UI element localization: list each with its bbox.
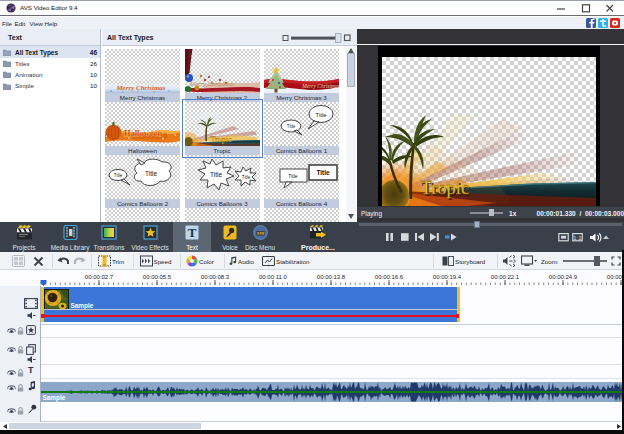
svg-text:00:00:05.5: 00:00:05.5 bbox=[143, 274, 172, 280]
svg-text:Title: Title bbox=[315, 111, 327, 117]
svg-text:Title: Title bbox=[209, 171, 221, 178]
svg-text:Merry Christmas: Merry Christmas bbox=[115, 84, 165, 92]
svg-text:Title: Title bbox=[287, 124, 296, 129]
svg-text:Title: Title bbox=[241, 175, 250, 180]
svg-text:00:00:19.4: 00:00:19.4 bbox=[433, 274, 462, 280]
svg-text:Halloween: Halloween bbox=[124, 127, 163, 137]
svg-text:00:00:22.1: 00:00:22.1 bbox=[491, 274, 520, 280]
svg-text:Title: Title bbox=[288, 173, 297, 179]
svg-text:Title: Title bbox=[114, 173, 123, 178]
svg-text:Merry Christmas: Merry Christmas bbox=[301, 83, 339, 89]
svg-text:00:00:13.8: 00:00:13.8 bbox=[317, 274, 346, 280]
svg-text:00:00:08.3: 00:00:08.3 bbox=[201, 274, 230, 280]
svg-text:00:00:02.7: 00:00:02.7 bbox=[85, 274, 114, 280]
svg-text:00:00:11.0: 00:00:11.0 bbox=[259, 274, 288, 280]
svg-text:1:1: 1:1 bbox=[573, 235, 582, 241]
svg-text:T: T bbox=[188, 225, 197, 240]
svg-text:Title: Title bbox=[316, 169, 330, 176]
svg-text:00:00:16.6: 00:00:16.6 bbox=[375, 274, 404, 280]
svg-text:Title: Title bbox=[145, 170, 157, 177]
svg-text:00:00:24.9: 00:00:24.9 bbox=[549, 274, 578, 280]
svg-text:Tropic: Tropic bbox=[420, 178, 469, 198]
svg-text:Merry Christmas: Merry Christmas bbox=[188, 80, 234, 87]
